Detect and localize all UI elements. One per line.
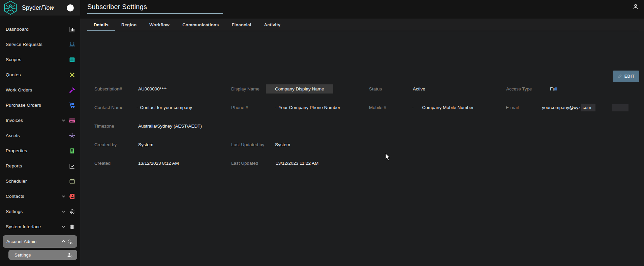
sidebar-item-account-admin[interactable]: Account Admin xyxy=(3,235,77,248)
tab-workflow[interactable]: Workflow xyxy=(143,19,176,31)
credit-card-icon xyxy=(69,117,75,124)
sidebar-item-contacts[interactable]: Contacts xyxy=(0,189,80,204)
page-title: Subscriber Settings xyxy=(87,3,223,11)
tab-financial[interactable]: Financial xyxy=(225,19,257,31)
field-value-phone: -Your Company Phone Number xyxy=(275,105,340,110)
spider-logo-icon xyxy=(3,0,18,15)
sidebar-item-label: Properties xyxy=(6,148,27,153)
value-text-redacted: .com xyxy=(581,104,595,111)
sidebar-item-label: Settings xyxy=(14,252,31,258)
field-label-created: Created xyxy=(94,161,111,166)
sidebar-item-label: Contacts xyxy=(6,194,24,199)
sidebar-item-label: Work Orders xyxy=(6,87,32,92)
field-value-mobile: -Company Mobile Number xyxy=(412,105,474,110)
sidebar-item-quotes[interactable]: Quotes xyxy=(0,67,80,82)
details-panel: EDIT Subscription#AU000000****Display Na… xyxy=(80,31,644,266)
field-value-last_updated: 13/12/2023 11:22 AM xyxy=(276,161,318,166)
field-value-created: 13/12/2023 8:12 AM xyxy=(138,161,179,166)
building-icon xyxy=(69,148,75,154)
sidebar-item-label: Invoices xyxy=(6,118,23,123)
people-handshake-icon xyxy=(69,41,75,48)
tab-details[interactable]: Details xyxy=(87,19,115,31)
calendar-icon xyxy=(69,178,75,185)
sidebar-item-settings[interactable]: Settings xyxy=(0,204,80,219)
value-text: yourcompany@xyz xyxy=(542,105,581,110)
sidebar-item-reports[interactable]: Reports xyxy=(0,158,80,174)
sidebar-item-assets[interactable]: Assets xyxy=(0,128,80,143)
field-value-created_by: System xyxy=(138,142,153,147)
redacted-box xyxy=(612,104,628,111)
chevron-down-icon xyxy=(61,193,66,199)
person-gear-icon xyxy=(67,252,73,258)
field-value-subscription: AU000000**** xyxy=(138,86,167,91)
design-tools-icon xyxy=(69,72,75,78)
sidebar-item-dashboard[interactable]: Dashboard xyxy=(0,22,80,37)
hammer-icon xyxy=(69,87,75,94)
sidebar-nav: DashboardService RequestsScopesQuotesWor… xyxy=(0,22,80,234)
sidebar-item-properties[interactable]: Properties xyxy=(0,143,80,158)
field-value-access_type: Full xyxy=(550,86,557,91)
chevron-down-icon xyxy=(61,209,66,214)
field-label-access_type: Access Type xyxy=(506,86,532,91)
sidebar-item-label: Settings xyxy=(6,209,23,214)
tab-label: Region xyxy=(121,22,136,27)
dolly-icon xyxy=(69,102,75,109)
sidebar-item-account-admin-settings[interactable]: Settings xyxy=(8,250,77,260)
field-label-email: E-mail xyxy=(506,105,519,110)
sidebar-item-label: System Interface xyxy=(6,224,41,229)
field-value-last_updated_by: System xyxy=(275,142,290,147)
field-value-email: yourcompany@xyz.com xyxy=(542,105,595,110)
value-text: Contact for your company xyxy=(140,105,192,110)
sidebar-item-label: Purchase Orders xyxy=(6,103,41,108)
sidebar-item-label: Scheduler xyxy=(6,179,27,184)
field-value-timezone: Australia/Sydney (AEST/AEDT) xyxy=(138,124,202,129)
brand-name-regular: Spyder xyxy=(22,4,41,11)
tab-activity[interactable]: Activity xyxy=(258,19,287,31)
tab-label: Workflow xyxy=(149,22,170,27)
tab-label: Financial xyxy=(232,22,251,27)
tab-label: Activity xyxy=(264,22,281,27)
chevron-down-icon xyxy=(61,117,66,123)
tab-bar: DetailsRegionWorkflowCommunicationsFinan… xyxy=(80,19,644,31)
line-chart-icon xyxy=(69,163,75,169)
list-box-icon xyxy=(69,56,75,63)
tab-communications[interactable]: Communications xyxy=(176,19,225,31)
sidebar-item-invoices[interactable]: Invoices xyxy=(0,113,80,128)
field-label-mobile: Mobile # xyxy=(369,105,386,110)
sidebar-item-label: Scopes xyxy=(6,57,21,62)
sidebar-item-work-orders[interactable]: Work Orders xyxy=(0,82,80,98)
gear-icon xyxy=(69,208,75,215)
topbar: Subscriber Settings xyxy=(80,0,644,19)
status-dot[interactable] xyxy=(67,4,74,11)
field-value-display_name: Company Display Name xyxy=(266,84,333,94)
main: Subscriber Settings DetailsRegionWorkflo… xyxy=(80,0,644,266)
value-dash: - xyxy=(412,105,414,110)
chip-icon xyxy=(69,223,75,230)
sidebar-item-label: Quotes xyxy=(6,72,21,77)
field-label-status: Status xyxy=(369,86,382,91)
field-value-contact_name: -Contact for your company xyxy=(136,105,192,110)
sidebar-item-scheduler[interactable]: Scheduler xyxy=(0,174,80,189)
sidebar-item-purchase-orders[interactable]: Purchase Orders xyxy=(0,98,80,113)
sidebar-item-system-interface[interactable]: System Interface xyxy=(0,219,80,234)
field-label-timezone: Timezone xyxy=(94,124,114,129)
brand-name-italic: Flow xyxy=(41,4,54,11)
sidebar-item-label: Service Requests xyxy=(6,42,42,47)
tab-region[interactable]: Region xyxy=(115,19,143,31)
sidebar-item-scopes[interactable]: Scopes xyxy=(0,52,80,67)
user-icon[interactable] xyxy=(632,3,639,12)
sidebar-item-service-requests[interactable]: Service Requests xyxy=(0,37,80,52)
sidebar-item-label: Reports xyxy=(6,163,22,168)
field-value-status: Active xyxy=(413,86,425,91)
tab-label: Details xyxy=(94,22,109,27)
bar-chart-icon xyxy=(69,26,75,33)
field-label-created_by: Created by xyxy=(94,142,117,147)
sidebar-item-label: Dashboard xyxy=(6,27,29,32)
sidebar: SpyderFlow DashboardService RequestsScop… xyxy=(0,0,80,266)
asset-antenna-icon xyxy=(69,132,75,139)
value-text: Your Company Phone Number xyxy=(279,105,340,110)
sidebar-item-label: Account Admin xyxy=(6,239,36,244)
detail-fields: Subscription#AU000000****Display NameCom… xyxy=(80,31,644,266)
brand-name: SpyderFlow xyxy=(22,4,54,11)
chevron-up-icon xyxy=(60,238,67,245)
